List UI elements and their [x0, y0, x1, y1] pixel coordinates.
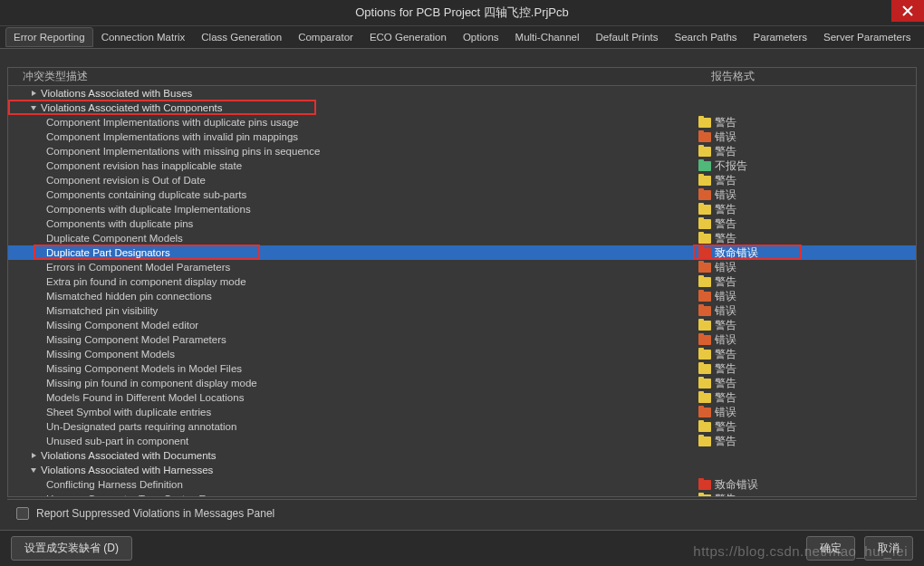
violation-row[interactable]: Component Implementations with duplicate… — [8, 115, 916, 130]
folder-icon — [698, 277, 711, 287]
tab-error-reporting[interactable]: Error Reporting — [5, 27, 93, 47]
severity-cell[interactable]: 不报告 — [698, 159, 912, 173]
severity-cell[interactable]: 错误 — [698, 406, 912, 419]
violation-row[interactable]: Harness Connector Type Syntax Error警告 — [8, 492, 916, 496]
violation-row[interactable]: Duplicate Part Designators致命错误 — [8, 245, 916, 260]
severity-cell[interactable]: 错误 — [698, 188, 912, 202]
tab-server-parameters[interactable]: Server Parameters — [815, 27, 919, 47]
tab-options[interactable]: Options — [455, 27, 507, 47]
violation-row[interactable]: Duplicate Component Models警告 — [8, 231, 916, 245]
tab-search-paths[interactable]: Search Paths — [667, 27, 746, 47]
violation-row[interactable]: Mismatched pin visibility错误 — [8, 303, 916, 318]
tab-connection-matrix[interactable]: Connection Matrix — [93, 27, 194, 47]
tab-dev[interactable]: Dev — [919, 27, 924, 47]
severity-cell[interactable]: 警告 — [698, 174, 912, 187]
severity-label: 错误 — [715, 261, 736, 274]
expander-icon[interactable] — [28, 88, 39, 99]
violation-row[interactable]: Un-Designated parts requiring annotation… — [8, 419, 916, 434]
severity-cell[interactable]: 警告 — [698, 391, 912, 405]
tab-multi-channel[interactable]: Multi-Channel — [507, 27, 588, 47]
tab-eco-generation[interactable]: ECO Generation — [361, 27, 455, 47]
set-defaults-button[interactable]: 设置成安装缺省 (D) — [11, 536, 132, 561]
folder-icon — [698, 364, 711, 374]
severity-label: 错误 — [715, 290, 736, 303]
tab-class-generation[interactable]: Class Generation — [193, 27, 290, 47]
severity-label: 错误 — [715, 406, 736, 419]
column-header-description[interactable]: 冲突类型描述 — [17, 70, 706, 85]
tab-comparator[interactable]: Comparator — [290, 27, 361, 47]
violation-row[interactable]: Components with duplicate pins警告 — [8, 216, 916, 231]
violation-row[interactable]: Errors in Component Model Parameters错误 — [8, 260, 916, 274]
violation-row[interactable]: Unused sub-part in component警告 — [8, 434, 916, 448]
report-suppressed-checkbox[interactable] — [16, 507, 29, 520]
severity-cell[interactable]: 错误 — [698, 333, 912, 347]
folder-icon — [698, 408, 711, 417]
severity-cell[interactable]: 警告 — [698, 275, 912, 289]
severity-cell[interactable]: 警告 — [698, 145, 912, 158]
window-title: Options for PCB Project 四轴飞控.PrjPcb — [355, 5, 569, 21]
violation-row[interactable]: Sheet Symbol with duplicate entries错误 — [8, 405, 916, 419]
violations-grid[interactable]: Violations Associated with BusesViolatio… — [8, 86, 916, 496]
severity-cell[interactable]: 警告 — [698, 420, 912, 434]
cancel-button[interactable]: 取消 — [864, 536, 913, 561]
tab-default-prints[interactable]: Default Prints — [588, 27, 667, 47]
severity-cell[interactable]: 错误 — [698, 130, 912, 144]
column-header-format[interactable]: 报告格式 — [706, 70, 907, 85]
severity-cell[interactable]: 致命错误 — [698, 478, 912, 492]
expander-icon[interactable] — [28, 102, 39, 113]
severity-cell[interactable]: 警告 — [698, 232, 912, 245]
severity-cell[interactable]: 警告 — [698, 217, 912, 231]
severity-cell[interactable]: 错误 — [698, 304, 912, 318]
severity-label: 警告 — [715, 203, 736, 216]
folder-icon — [698, 422, 711, 432]
violation-row[interactable]: Component revision is Out of Date警告 — [8, 173, 916, 187]
severity-cell[interactable]: 警告 — [698, 435, 912, 448]
severity-cell[interactable]: 警告 — [698, 319, 912, 332]
violation-row[interactable]: Mismatched hidden pin connections错误 — [8, 289, 916, 303]
folder-icon — [698, 190, 711, 200]
violation-row[interactable]: Component Implementations with missing p… — [8, 144, 916, 158]
folder-icon — [698, 205, 711, 215]
folder-icon — [698, 118, 711, 128]
violation-row[interactable]: Components containing duplicate sub-part… — [8, 187, 916, 202]
folder-icon — [698, 436, 711, 446]
severity-cell[interactable]: 警告 — [698, 203, 912, 216]
severity-label: 警告 — [715, 348, 736, 361]
violation-row[interactable]: Extra pin found in component display mod… — [8, 274, 916, 289]
group-row[interactable]: Violations Associated with Harnesses — [8, 463, 916, 477]
tab-parameters[interactable]: Parameters — [746, 27, 815, 47]
severity-cell[interactable]: 警告 — [698, 116, 912, 130]
close-button[interactable] — [891, 0, 924, 22]
severity-cell[interactable]: 错误 — [698, 290, 912, 303]
severity-cell[interactable]: 警告 — [698, 493, 912, 497]
violation-row[interactable]: Missing Component Model Parameters错误 — [8, 332, 916, 347]
violation-row[interactable]: Missing pin found in component display m… — [8, 376, 916, 390]
severity-label: 警告 — [715, 493, 736, 497]
folder-icon — [698, 147, 711, 157]
violation-label: Duplicate Component Models — [46, 233, 183, 244]
violation-row[interactable]: Component Implementations with invalid p… — [8, 130, 916, 144]
group-row[interactable]: Violations Associated with Buses — [8, 86, 916, 101]
ok-button[interactable]: 确定 — [806, 536, 855, 561]
violation-label: Extra pin found in component display mod… — [46, 276, 246, 287]
violation-row[interactable]: Conflicting Harness Definition致命错误 — [8, 477, 916, 492]
severity-cell[interactable]: 错误 — [698, 261, 912, 274]
severity-label: 错误 — [715, 304, 736, 318]
violation-label: Component revision has inapplicable stat… — [46, 160, 242, 171]
severity-label: 警告 — [715, 362, 736, 376]
violation-row[interactable]: Missing Component Models in Model Files警… — [8, 361, 916, 376]
violation-row[interactable]: Missing Component Model editor警告 — [8, 318, 916, 332]
violation-row[interactable]: Component revision has inapplicable stat… — [8, 158, 916, 173]
violation-row[interactable]: Missing Component Models警告 — [8, 347, 916, 361]
violation-row[interactable]: Models Found in Different Model Location… — [8, 390, 916, 405]
violation-row[interactable]: Components with duplicate Implementation… — [8, 202, 916, 216]
severity-cell[interactable]: 致命错误 — [698, 246, 912, 260]
severity-cell[interactable]: 警告 — [698, 377, 912, 390]
group-row[interactable]: Violations Associated with Documents — [8, 448, 916, 463]
expander-icon[interactable] — [28, 450, 39, 461]
violation-label: Duplicate Part Designators — [46, 247, 170, 258]
severity-cell[interactable]: 警告 — [698, 348, 912, 361]
group-row[interactable]: Violations Associated with Components — [8, 101, 916, 115]
severity-cell[interactable]: 警告 — [698, 362, 912, 376]
expander-icon[interactable] — [28, 465, 39, 475]
